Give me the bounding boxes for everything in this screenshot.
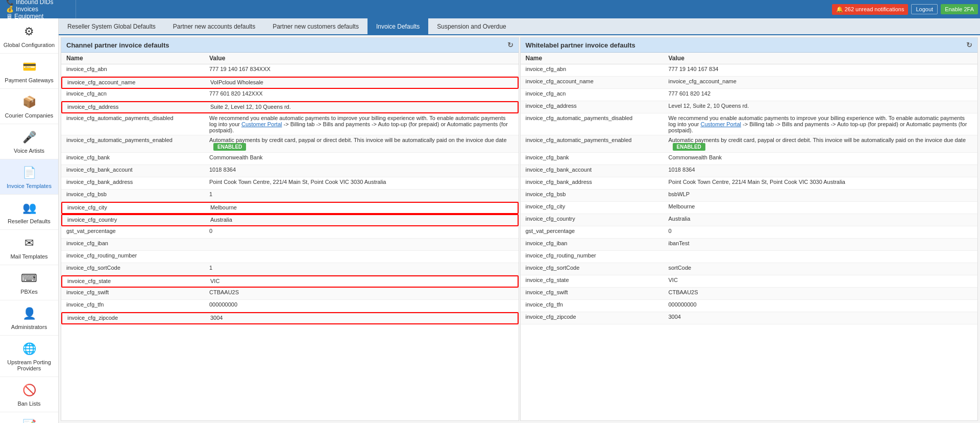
customer-portal-link[interactable]: Customer Portal xyxy=(700,121,741,127)
row-name-14: invoice_cfg_routing_number xyxy=(526,252,669,258)
table-row: invoice_cfg_bankCommonwealth Bank xyxy=(521,153,978,165)
row-value-0: 777 19 140 167 834XXX xyxy=(209,66,513,72)
row-value-18: 000000000 xyxy=(209,301,513,308)
nav-item-invoices[interactable]: 💰Invoices xyxy=(2,6,76,13)
tab-reseller-global[interactable]: Reseller System Global Defaults xyxy=(59,18,164,34)
right-panel-header: Whitelabel partner invoice defaults ↻ xyxy=(521,38,978,53)
row-value-9: bsbWLP xyxy=(669,191,973,197)
sidebar-label-payment-gateways: Payment Gateways xyxy=(5,77,53,83)
table-row: invoice_cfg_bank_addressPoint Cook Town … xyxy=(61,177,519,190)
customer-portal-link[interactable]: Customer Portal xyxy=(241,121,282,127)
sidebar-icon-payment-gateways: 💳 xyxy=(21,59,37,75)
row-value-6: Commonwealth Bank xyxy=(209,154,513,160)
right-name-header: Name xyxy=(526,55,669,62)
sidebar-item-invoice-templates[interactable]: 📄Invoice Templates xyxy=(0,159,58,195)
row-name-19: invoice_cfg_zipcode xyxy=(67,315,210,321)
row-name-16: invoice_cfg_state xyxy=(526,277,669,283)
row-value-1: invoice_cfg_account_name xyxy=(669,78,973,84)
left-panel-table-header: Name Value xyxy=(61,53,519,64)
row-name-19: invoice_cfg_zipcode xyxy=(526,314,669,320)
right-panel-refresh-icon[interactable]: ↻ xyxy=(966,41,972,49)
row-value-3: Suite 2, Level 12, 10 Queens rd. xyxy=(210,104,512,110)
sidebar-item-release-notes[interactable]: 📝Release Notes xyxy=(0,412,58,423)
tab-partner-new-accounts[interactable]: Partner new accounts defaults xyxy=(164,18,264,34)
row-name-17: invoice_cfg_swift xyxy=(66,289,209,295)
row-value-13: ibanTest xyxy=(669,240,973,246)
left-panel-body: invoice_cfg_abn777 19 140 167 834XXXinvo… xyxy=(61,64,519,420)
tab-partner-new-customers[interactable]: Partner new customers defaults xyxy=(264,18,368,34)
sidebar-item-upstream-porting[interactable]: 🌐Upstream Porting Providers xyxy=(0,336,58,377)
row-name-9: invoice_cfg_bsb xyxy=(526,191,669,197)
nav-icon-invoices: 💰 xyxy=(6,6,14,13)
tab-suspension-overdue[interactable]: Suspension and Overdue xyxy=(428,18,514,34)
sidebar-item-administrators[interactable]: 👤Administrators xyxy=(0,300,58,336)
bell-icon: 🔔 xyxy=(836,6,843,13)
row-value-4: We recommend you enable automatic paymen… xyxy=(209,115,513,133)
table-row: invoice_cfg_swiftCTBAAU2S xyxy=(61,288,519,300)
table-row: gst_vat_percentage0 xyxy=(61,226,519,239)
left-value-header: Value xyxy=(209,55,513,62)
left-name-header: Name xyxy=(66,55,209,62)
table-row: invoice_cfg_abn777 19 140 167 834XXX xyxy=(61,64,519,77)
row-name-0: invoice_cfg_abn xyxy=(526,66,669,72)
sidebar-label-global-config: Global Configuration xyxy=(4,42,55,48)
table-row: invoice_cfg_countryAustralia xyxy=(521,214,978,226)
row-name-1: invoice_cfg_account_name xyxy=(67,79,210,85)
left-panel-refresh-icon[interactable]: ↻ xyxy=(507,41,513,49)
sidebar-item-mail-templates[interactable]: ✉Mail Templates xyxy=(0,230,58,265)
sidebar-item-pbxes[interactable]: ⌨PBXes xyxy=(0,265,58,300)
notifications-count: 262 unread notifications xyxy=(845,6,904,12)
sidebar-item-global-config[interactable]: ⚙Global Configuration xyxy=(0,18,58,54)
table-row: invoice_cfg_countryAustralia xyxy=(61,214,519,226)
sidebar-label-pbxes: PBXes xyxy=(20,289,38,295)
table-row: invoice_cfg_ibanibanTest xyxy=(521,239,978,251)
sidebar-item-reseller-defaults[interactable]: 👥Reseller Defaults xyxy=(0,195,58,230)
sidebar-label-reseller-defaults: Reseller Defaults xyxy=(8,218,51,224)
sidebar-item-ban-lists[interactable]: 🚫Ban Lists xyxy=(0,377,58,412)
right-panel-table-header: Name Value xyxy=(521,53,978,64)
sidebar-item-payment-gateways[interactable]: 💳Payment Gateways xyxy=(0,54,58,89)
table-row: invoice_cfg_stateVIC xyxy=(521,275,978,288)
sidebar-item-courier-companies[interactable]: 📦Courier Companies xyxy=(0,89,58,124)
table-row: invoice_cfg_cityMelbourne xyxy=(521,202,978,214)
notifications-button[interactable]: 🔔 262 unread notifications xyxy=(832,4,909,15)
nav-item-inbound-dids[interactable]: 📞Inbound DIDs xyxy=(2,0,76,6)
tab-invoice-defaults[interactable]: Invoice Defaults xyxy=(368,18,428,34)
sidebar-label-courier-companies: Courier Companies xyxy=(5,112,54,119)
row-name-8: invoice_cfg_bank_address xyxy=(526,179,669,185)
table-row: invoice_cfg_abn777 19 140 167 834 xyxy=(521,64,978,77)
table-row: invoice_cfg_bsb1 xyxy=(61,190,519,202)
enable-2fa-button[interactable]: Enable 2FA xyxy=(941,4,978,14)
sidebar-icon-administrators: 👤 xyxy=(21,306,37,322)
row-value-8: Point Cook Town Centre, 221/4 Main St, P… xyxy=(209,179,513,185)
top-navigation: 👥Customers📊Call Reports💲Rates🔀Trunks📞Inb… xyxy=(0,0,980,18)
sidebar-icon-courier-companies: 📦 xyxy=(21,94,37,110)
row-value-16: VIC xyxy=(210,278,512,284)
row-value-11: Australia xyxy=(210,217,512,223)
panel-area: Channel partner invoice defaults ↻ Name … xyxy=(59,35,980,423)
table-row: invoice_cfg_addressLevel 12, Suite 2, 10… xyxy=(521,101,978,113)
sidebar-label-mail-templates: Mail Templates xyxy=(10,253,47,260)
nav-icon-inbound-dids: 📞 xyxy=(6,0,14,6)
sidebar-label-ban-lists: Ban Lists xyxy=(17,401,40,407)
row-value-19: 3004 xyxy=(210,315,512,321)
row-name-5: invoice_cfg_automatic_payments_enabled xyxy=(526,137,669,143)
row-name-6: invoice_cfg_bank xyxy=(526,154,669,160)
sidebar-icon-global-config: ⚙ xyxy=(21,24,37,40)
row-name-12: gst_vat_percentage xyxy=(526,228,669,234)
row-name-7: invoice_cfg_bank_account xyxy=(526,167,669,173)
sidebar-icon-reseller-defaults: 👥 xyxy=(21,200,37,216)
row-name-5: invoice_cfg_automatic_payments_enabled xyxy=(66,137,209,143)
row-name-3: invoice_cfg_address xyxy=(526,103,669,109)
table-row: invoice_cfg_acn777 601 820 142XXX xyxy=(61,89,519,101)
sidebar-icon-release-notes: 📝 xyxy=(21,417,37,423)
row-value-8: Point Cook Town Centre, 221/4 Main St, P… xyxy=(669,179,973,185)
row-value-17: CTBAAU2S xyxy=(669,289,973,295)
table-row: invoice_cfg_bank_account1018 8364 xyxy=(521,165,978,177)
sidebar-item-voice-artists[interactable]: 🎤Voice Artists xyxy=(0,124,58,159)
logout-button[interactable]: Logout xyxy=(911,4,938,14)
row-name-2: invoice_cfg_acn xyxy=(66,90,209,97)
table-row: invoice_cfg_tfn000000000 xyxy=(521,300,978,312)
table-row: invoice_cfg_account_nameinvoice_cfg_acco… xyxy=(521,77,978,89)
main-layout: ⚙Global Configuration💳Payment Gateways📦C… xyxy=(0,18,980,423)
